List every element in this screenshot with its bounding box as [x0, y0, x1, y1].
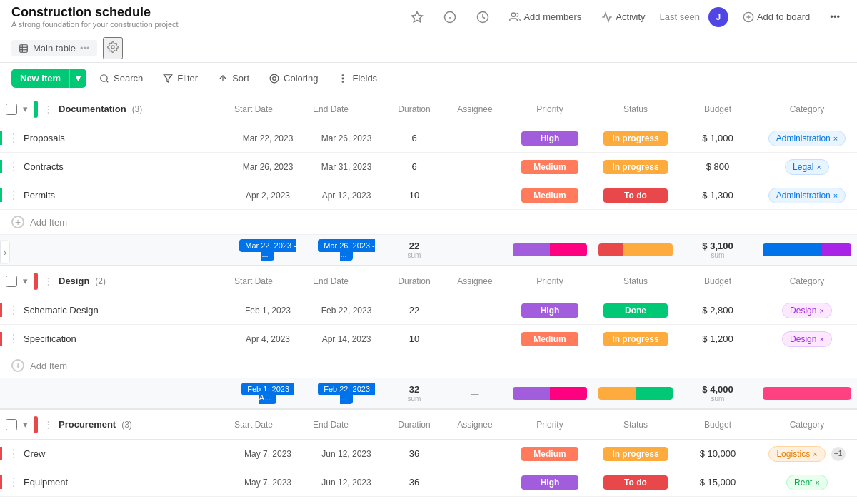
drag-handle-procurement[interactable]: ⋮ — [44, 419, 53, 430]
priority-badge-permits[interactable]: Medium — [521, 188, 578, 203]
priority-badge-contracts[interactable]: Medium — [521, 160, 578, 174]
add-item-documentation[interactable]: + Add Item — [0, 210, 857, 235]
row-status-specification[interactable]: In progress — [593, 332, 678, 346]
row-menu-specification[interactable]: ⋮ — [8, 332, 18, 346]
search-label: Search — [114, 73, 143, 84]
row-crew: ⋮ Crew May 7, 2023 Jun 12, 2023 36 Mediu… — [0, 440, 857, 468]
group-checkbox-documentation[interactable] — [6, 104, 17, 115]
fields-button[interactable]: Fields — [331, 69, 384, 87]
summary-budget-label: sum — [684, 251, 751, 259]
group-chevron-documentation[interactable]: ▾ — [23, 104, 28, 114]
row-budget-permits: $ 1,300 — [678, 190, 757, 201]
row-category-proposals: Administration × — [757, 131, 857, 146]
col-header-end-d: End Date — [307, 276, 386, 286]
drag-handle-design[interactable]: ⋮ — [44, 276, 53, 286]
activity-button[interactable]: Activity — [596, 9, 651, 26]
group-chevron-procurement[interactable]: ▾ — [23, 419, 28, 430]
category-tag-permits[interactable]: Administration × — [768, 188, 846, 203]
category-tag-specification[interactable]: Design × — [782, 331, 832, 347]
row-status-contracts[interactable]: In progress — [593, 160, 678, 174]
row-menu-permits[interactable]: ⋮ — [8, 188, 18, 202]
new-item-dropdown-arrow[interactable]: ▾ — [69, 69, 86, 88]
status-badge-crew[interactable]: In progress — [603, 447, 668, 461]
priority-badge-proposals[interactable]: High — [521, 131, 578, 146]
summary-status-documentation — [593, 243, 678, 256]
tag-remove-schematic[interactable]: × — [819, 306, 823, 315]
filter-button[interactable]: Filter — [156, 69, 205, 87]
add-members-button[interactable]: Add members — [503, 9, 587, 26]
row-status-equipment[interactable]: To do — [593, 475, 678, 490]
row-priority-equipment[interactable]: High — [507, 475, 593, 490]
group-checkbox-design[interactable] — [6, 276, 17, 287]
coloring-button[interactable]: Coloring — [262, 69, 325, 87]
tab-dots[interactable]: ••• — [80, 43, 90, 54]
priority-badge-equipment[interactable]: High — [521, 475, 578, 490]
add-circle-documentation: + — [11, 216, 24, 228]
last-seen-label: Last seen — [660, 11, 700, 22]
row-menu-contracts[interactable]: ⋮ — [8, 160, 18, 173]
tag-remove-permits[interactable]: × — [833, 191, 838, 200]
category-tag-crew[interactable]: Logistics × — [768, 446, 825, 462]
more-options-button[interactable]: ••• — [824, 9, 846, 25]
settings-button[interactable] — [103, 37, 123, 59]
row-status-permits[interactable]: To do — [593, 188, 678, 203]
category-tag-contracts[interactable]: Legal × — [785, 159, 829, 175]
row-menu-equipment[interactable]: ⋮ — [8, 475, 18, 489]
row-status-proposals[interactable]: In progress — [593, 131, 678, 146]
star-button[interactable] — [405, 8, 429, 26]
search-button[interactable]: Search — [92, 69, 150, 87]
tag-remove-equipment[interactable]: × — [815, 478, 819, 487]
main-table-tab[interactable]: Main table ••• — [11, 40, 97, 56]
row-menu-crew[interactable]: ⋮ — [8, 447, 18, 460]
clock-button[interactable] — [471, 8, 495, 26]
info-button[interactable] — [438, 8, 462, 26]
drag-handle-documentation[interactable]: ⋮ — [44, 104, 53, 114]
status-badge-specification[interactable]: In progress — [603, 332, 668, 346]
tag-remove-contracts[interactable]: × — [816, 163, 821, 171]
row-priority-specification[interactable]: Medium — [507, 332, 593, 346]
status-badge-schematic[interactable]: Done — [603, 303, 668, 318]
new-item-label[interactable]: New Item — [11, 69, 69, 88]
row-priority-contracts[interactable]: Medium — [507, 160, 593, 174]
row-end-equipment: Jun 12, 2023 — [307, 478, 386, 488]
row-priority-proposals[interactable]: High — [507, 131, 593, 146]
row-priority-crew[interactable]: Medium — [507, 447, 593, 461]
row-status-schematic[interactable]: Done — [593, 303, 678, 318]
priority-badge-crew[interactable]: Medium — [521, 447, 578, 461]
sidebar-collapse-button[interactable]: › — [0, 241, 10, 264]
group-checkbox-procurement[interactable] — [6, 419, 17, 430]
priority-badge-schematic[interactable]: High — [521, 303, 578, 318]
status-badge-proposals[interactable]: In progress — [603, 131, 668, 146]
category-tag-proposals[interactable]: Administration × — [768, 131, 846, 146]
row-status-crew[interactable]: In progress — [593, 447, 678, 461]
add-to-board-button[interactable]: Add to board — [737, 9, 816, 26]
tag-remove-crew[interactable]: × — [813, 450, 817, 458]
sort-button[interactable]: Sort — [211, 69, 256, 87]
tag-remove-specification[interactable]: × — [819, 335, 823, 343]
add-item-label-documentation: Add Item — [30, 217, 67, 228]
category-tag-equipment[interactable]: Rent × — [786, 475, 828, 490]
tag-remove-proposals[interactable]: × — [833, 134, 838, 143]
col-header-duration-d: Duration — [386, 276, 443, 286]
status-bar-design — [598, 387, 673, 400]
col-header-start-p: Start Date — [229, 420, 307, 430]
status-badge-contracts[interactable]: In progress — [603, 160, 668, 174]
row-priority-schematic[interactable]: High — [507, 303, 593, 318]
group-chevron-design[interactable]: ▾ — [23, 276, 28, 286]
new-item-button[interactable]: New Item ▾ — [11, 69, 86, 88]
row-menu-proposals[interactable]: ⋮ — [8, 131, 18, 145]
row-start-equipment: May 7, 2023 — [229, 478, 307, 488]
summary-design: Feb 1, 2023 - A... Feb 22, 2023 - ... 32… — [0, 378, 857, 410]
add-item-design[interactable]: + Add Item — [0, 353, 857, 378]
status-badge-permits[interactable]: To do — [603, 188, 668, 203]
row-menu-schematic[interactable]: ⋮ — [8, 303, 18, 317]
row-priority-permits[interactable]: Medium — [507, 188, 593, 203]
row-specification: ⋮ Specification Apr 4, 2023 Apr 14, 2023… — [0, 325, 857, 353]
row-name-cell-crew: ⋮ Crew — [0, 447, 229, 460]
status-badge-equipment[interactable]: To do — [603, 475, 668, 490]
group-name-documentation: Documentation — [59, 104, 126, 114]
category-tag-schematic[interactable]: Design × — [782, 303, 832, 318]
row-category-contracts: Legal × — [757, 159, 857, 175]
priority-badge-specification[interactable]: Medium — [521, 332, 578, 346]
group-name-procurement: Procurement — [59, 419, 116, 430]
